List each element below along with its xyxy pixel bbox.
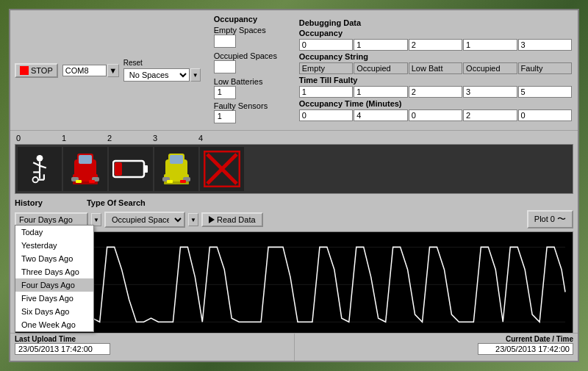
faulty-sensors-value: 1 xyxy=(214,110,236,123)
debug-cell: 0 xyxy=(299,39,353,51)
history-dropdown-menu[interactable]: TodayYesterdayTwo Days AgoThree Days Ago… xyxy=(15,225,94,332)
time-faulty-grid: 11235 xyxy=(299,86,572,98)
debug-occ-time-label: Occupancy Time (Minutes) xyxy=(299,99,572,108)
debug-occ-string-label: Occupancy String xyxy=(299,52,572,61)
empty-spaces-label: Empty Spaces xyxy=(214,26,292,35)
plot-button[interactable]: Plot 0 〜 xyxy=(527,210,573,228)
debug-cell: Low Batt xyxy=(409,62,462,74)
space-3 xyxy=(154,147,198,191)
read-data-label: Read Data xyxy=(217,215,256,224)
status-bar: Last Upload Time 23/05/2013 17:42:00 Cur… xyxy=(10,333,578,361)
debug-cell: Occupied xyxy=(354,62,407,74)
com-port-arrow[interactable]: ▼ xyxy=(107,64,119,77)
read-data-button[interactable]: Read Data xyxy=(201,212,263,227)
debug-cell: 2 xyxy=(463,109,517,121)
dropdown-item[interactable]: One Week Ago xyxy=(15,318,93,331)
dropdown-item[interactable]: Six Days Ago xyxy=(15,305,93,318)
history-arrow[interactable]: ▼ xyxy=(91,213,101,226)
debug-cell: 4 xyxy=(354,109,407,121)
svg-rect-29 xyxy=(180,180,186,183)
debug-cell: 1 xyxy=(354,39,407,51)
reset-group: Reset No Spaces All Spaces ▼ xyxy=(123,59,201,82)
space-0 xyxy=(18,147,62,191)
upload-time-section: Last Upload Time 23/05/2013 17:42:00 xyxy=(10,334,295,361)
svg-line-2 xyxy=(33,162,40,165)
faulty-x-icon xyxy=(204,151,240,187)
dropdown-item[interactable]: Five Days Ago xyxy=(15,292,93,305)
stop-button[interactable]: STOP xyxy=(15,63,58,78)
occupancy-values-grid: 01213 xyxy=(299,39,572,51)
type-arrow[interactable]: ▼ xyxy=(188,213,198,226)
reset-label: Reset xyxy=(123,59,143,67)
dropdown-item[interactable]: Yesterday xyxy=(15,239,93,252)
debug-cell: 2 xyxy=(409,39,462,51)
upload-time: 23/05/2013 17:42:00 xyxy=(15,343,110,355)
debug-cell: 0 xyxy=(299,109,353,121)
space-num-4: 4 xyxy=(198,134,244,143)
debug-cell: 0 xyxy=(518,109,572,121)
svg-line-3 xyxy=(40,166,46,168)
svg-rect-19 xyxy=(144,165,148,173)
plot-wave-icon: 〜 xyxy=(557,214,566,224)
battery-icon xyxy=(112,158,149,180)
debug-title: Debugging Data xyxy=(299,18,572,27)
stop-icon xyxy=(20,66,29,75)
space-numbers-row: 0 1 2 3 4 xyxy=(15,134,573,143)
debug-cell: 3 xyxy=(463,86,517,98)
occupancy-title: Occupancy xyxy=(214,15,292,24)
debug-cell: 2 xyxy=(409,86,462,98)
svg-point-6 xyxy=(32,177,37,182)
space-num-3: 3 xyxy=(153,134,198,143)
current-time-section: Current Date / Time 23/05/2013 17:42:00 xyxy=(295,334,578,361)
svg-rect-28 xyxy=(167,180,173,183)
dropdown-item[interactable]: Two Days Ago xyxy=(15,252,93,265)
occ-time-grid: 04020 xyxy=(299,109,572,121)
plot-label: Plot 0 xyxy=(534,215,555,223)
debug-cell: 1 xyxy=(463,39,517,51)
spaces-display xyxy=(15,144,573,194)
debug-cell: 0 xyxy=(409,109,462,121)
occupancy-panel: Occupancy Empty Spaces Occupied Spaces L… xyxy=(212,13,293,127)
reset-select[interactable]: No Spaces All Spaces xyxy=(123,68,190,82)
history-label: History xyxy=(15,198,43,207)
dropdown-item[interactable]: Four Days Ago xyxy=(15,278,93,292)
occupancy-string-grid: EmptyOccupiedLow BattOccupiedFaulty xyxy=(299,62,572,74)
svg-rect-23 xyxy=(170,155,183,164)
space-num-2: 2 xyxy=(107,134,153,143)
reset-arrow[interactable]: ▼ xyxy=(190,68,201,82)
svg-point-0 xyxy=(37,155,43,162)
play-icon xyxy=(209,216,215,223)
debug-cell: 1 xyxy=(354,86,407,98)
faulty-sensors-label: Faulty Sensors xyxy=(214,101,292,110)
occupied-spaces-label: Occupied Spaces xyxy=(214,51,292,60)
space-num-0: 0 xyxy=(16,134,62,143)
debug-cell: Occupied xyxy=(463,62,517,74)
dropdown-item[interactable]: Today xyxy=(15,226,93,239)
current-time-title: Current Date / Time xyxy=(299,335,574,343)
low-batteries-label: Low Batteries xyxy=(214,77,292,86)
debug-time-faulty-label: Time Till Faulty xyxy=(299,76,572,84)
debug-cell: 3 xyxy=(518,39,572,51)
low-batteries-value: 1 xyxy=(214,86,236,99)
svg-rect-11 xyxy=(79,155,92,164)
space-1 xyxy=(63,147,107,191)
debug-cell: 1 xyxy=(299,86,353,98)
dropdown-item[interactable]: Three Days Ago xyxy=(15,265,93,278)
upload-title: Last Upload Time xyxy=(15,335,290,343)
debug-cell: Empty xyxy=(299,62,353,74)
stop-label: STOP xyxy=(31,66,53,75)
space-4 xyxy=(200,147,244,191)
space-2 xyxy=(109,147,153,191)
type-of-search-select[interactable]: Occupied Spaces Empty Spaces Low Batteri… xyxy=(104,212,185,228)
debug-cell: Faulty xyxy=(518,62,572,74)
empty-spaces-value xyxy=(214,35,236,48)
space-num-1: 1 xyxy=(62,134,107,143)
com-port-display: COM8 xyxy=(62,65,107,76)
debug-cell: 5 xyxy=(518,86,572,98)
wheelchair-icon xyxy=(24,153,56,185)
debug-panel: Debugging Data Occupancy 01213 Occupancy… xyxy=(298,17,573,124)
current-time: 23/05/2013 17:42:00 xyxy=(478,343,573,355)
yellow-car-icon xyxy=(161,149,192,189)
type-of-search-label: Type Of Search xyxy=(87,198,146,207)
svg-rect-16 xyxy=(76,180,82,183)
